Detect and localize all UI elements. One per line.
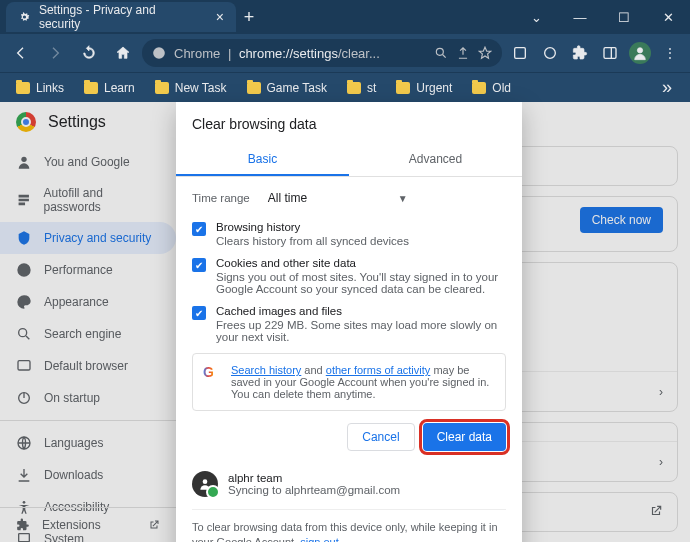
minimize-button[interactable]: — [558,2,602,32]
footnote: To clear browsing data from this device … [192,509,506,542]
dialog-tabs: Basic Advanced [176,144,522,177]
menu-button[interactable]: ⋮ [656,38,684,68]
profile-avatar[interactable] [626,38,654,68]
folder-icon [247,82,261,94]
folder-icon [16,82,30,94]
folder-icon [155,82,169,94]
forward-button[interactable] [40,38,70,68]
bookmark-folder[interactable]: New Task [147,78,235,98]
sync-status: Syncing to alphrteam@gmail.com [228,484,400,496]
sign-out-link[interactable]: sign out [300,536,339,542]
search-history-link[interactable]: Search history [231,364,301,376]
close-window-button[interactable]: ✕ [646,2,690,32]
svg-point-6 [637,48,642,53]
google-account-info: G Search history and other forms of acti… [192,353,506,411]
tab-advanced[interactable]: Advanced [349,144,522,176]
back-button[interactable] [6,38,36,68]
svg-rect-4 [604,48,616,59]
browser-tab[interactable]: Settings - Privacy and security × [6,2,236,32]
checkbox-checked-icon[interactable]: ✔ [192,222,206,236]
bookmark-folder[interactable]: Learn [76,78,143,98]
extension-icon-2[interactable] [536,38,564,68]
bookmarks-bar: Links Learn New Task Game Task st Urgent… [0,72,690,102]
omnibox-text: Chrome | chrome://settings/clear... [174,46,426,61]
settings-page: Settings You and Google Autofill and pas… [0,102,690,542]
clear-browsing-data-dialog: Clear browsing data Basic Advanced Time … [176,102,522,542]
new-tab-button[interactable]: + [236,4,262,30]
checkbox-checked-icon[interactable]: ✔ [192,306,206,320]
folder-icon [472,82,486,94]
tab-title: Settings - Privacy and security [39,3,188,31]
maximize-button[interactable]: ☐ [602,2,646,32]
sync-account-row: alphr team Syncing to alphrteam@gmail.co… [192,465,506,497]
cancel-button[interactable]: Cancel [347,423,414,451]
caret-down-icon: ▼ [398,193,408,204]
bookmark-folder[interactable]: Game Task [239,78,335,98]
bookmark-folder[interactable]: Urgent [388,78,460,98]
account-name: alphr team [228,472,400,484]
time-range-row: Time range All time ▼ [192,187,506,209]
option-cookies[interactable]: ✔ Cookies and other site data Signs you … [192,257,506,295]
svg-rect-2 [515,48,526,59]
bookmark-folder[interactable]: Links [8,78,72,98]
extensions-puzzle-icon[interactable] [566,38,594,68]
clear-data-button[interactable]: Clear data [423,423,506,451]
home-button[interactable] [108,38,138,68]
bookmark-folder[interactable]: Old [464,78,519,98]
account-avatar [192,471,218,497]
svg-point-1 [436,48,443,55]
time-range-label: Time range [192,192,250,204]
window-controls: ⌄ — ☐ ✕ [514,2,690,32]
option-cached[interactable]: ✔ Cached images and files Frees up 229 M… [192,305,506,343]
zoom-icon[interactable] [434,46,448,60]
time-range-select[interactable]: All time ▼ [268,187,408,209]
chrome-icon [152,46,166,60]
google-logo-icon: G [203,364,221,382]
bookmarks-overflow[interactable]: » [652,77,682,98]
bookmark-folder[interactable]: st [339,78,384,98]
dialog-title: Clear browsing data [192,116,506,132]
chevron-down-icon[interactable]: ⌄ [514,2,558,32]
close-tab-icon[interactable]: × [216,9,224,25]
omnibox[interactable]: Chrome | chrome://settings/clear... [142,39,502,67]
toolbar: Chrome | chrome://settings/clear... ⋮ [0,34,690,72]
sidepanel-icon[interactable] [596,38,624,68]
folder-icon [84,82,98,94]
titlebar: Settings - Privacy and security × + ⌄ — … [0,0,690,34]
tab-basic[interactable]: Basic [176,144,349,176]
reload-button[interactable] [74,38,104,68]
svg-point-14 [203,479,208,484]
folder-icon [396,82,410,94]
svg-point-0 [153,47,165,59]
option-browsing-history[interactable]: ✔ Browsing history Clears history from a… [192,221,506,247]
share-icon[interactable] [456,46,470,60]
other-activity-link[interactable]: other forms of activity [326,364,431,376]
extension-icon-1[interactable] [506,38,534,68]
svg-point-3 [545,48,556,59]
checkbox-checked-icon[interactable]: ✔ [192,258,206,272]
dialog-actions: Cancel Clear data [192,423,506,451]
folder-icon [347,82,361,94]
star-icon[interactable] [478,46,492,60]
gear-icon [18,10,31,24]
